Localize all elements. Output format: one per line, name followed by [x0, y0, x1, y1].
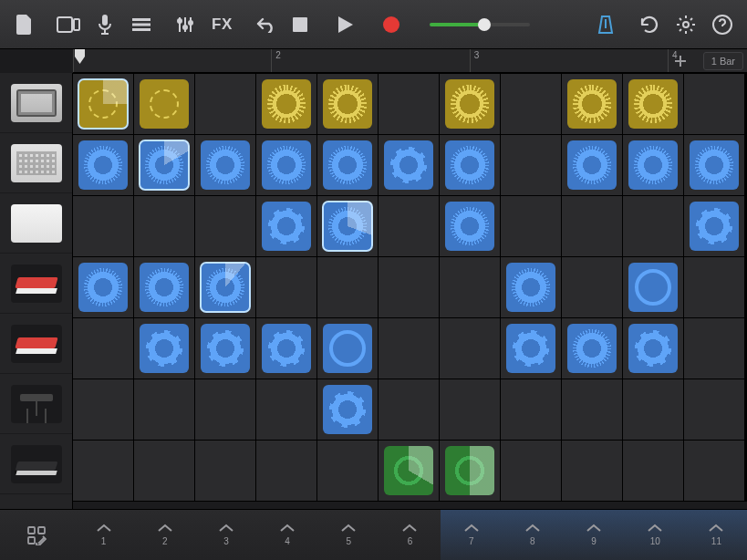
loop-cell[interactable]	[201, 324, 250, 373]
grid-cell[interactable]	[134, 135, 194, 195]
grid-cell[interactable]	[134, 318, 194, 379]
grid-cell[interactable]	[501, 74, 561, 134]
grid-cell[interactable]	[134, 257, 194, 317]
grid-cell[interactable]	[379, 379, 439, 440]
loop-cell[interactable]	[262, 79, 311, 129]
grid-cell[interactable]	[440, 196, 500, 256]
grid-cell[interactable]	[501, 318, 561, 379]
grid-cell[interactable]	[195, 441, 255, 501]
add-section-button[interactable]	[672, 53, 689, 69]
browser-button[interactable]	[53, 9, 84, 40]
grid-cell[interactable]	[195, 135, 255, 195]
grid-cell[interactable]	[501, 441, 561, 501]
loop-cell[interactable]	[78, 79, 128, 129]
grid-cell[interactable]	[195, 318, 255, 379]
grid-cell[interactable]	[623, 318, 683, 379]
track-header-drum-machine[interactable]	[0, 133, 72, 193]
grid-cell[interactable]	[317, 318, 378, 379]
column-trigger[interactable]: 2	[134, 510, 195, 560]
grid-cell[interactable]	[684, 318, 744, 379]
grid-cell[interactable]	[317, 74, 378, 134]
settings-button[interactable]	[670, 9, 701, 40]
fx-button[interactable]: FX	[206, 9, 238, 40]
column-trigger[interactable]: 1	[73, 510, 134, 560]
grid-cell[interactable]	[562, 441, 622, 501]
column-trigger[interactable]: 7	[441, 510, 502, 560]
grid-cell[interactable]	[317, 379, 378, 440]
grid-cell[interactable]	[501, 196, 561, 256]
column-trigger[interactable]: 5	[318, 510, 379, 560]
play-button[interactable]	[333, 9, 358, 40]
help-button[interactable]	[707, 9, 738, 40]
record-button[interactable]	[379, 9, 404, 40]
grid-cell[interactable]	[562, 196, 622, 256]
loop-cell[interactable]	[445, 79, 494, 129]
stop-button[interactable]	[287, 9, 313, 40]
grid-cell[interactable]	[73, 318, 133, 379]
grid-cell[interactable]	[73, 74, 133, 134]
grid-cell[interactable]	[317, 257, 378, 317]
grid-cell[interactable]	[379, 135, 439, 195]
loop-cell[interactable]	[690, 140, 739, 190]
loop-cell[interactable]	[628, 79, 678, 129]
playhead[interactable]	[75, 49, 85, 72]
grid-cell[interactable]	[562, 318, 622, 379]
grid-cell[interactable]	[317, 135, 378, 195]
grid-cell[interactable]	[379, 196, 439, 256]
grid-cell[interactable]	[562, 257, 622, 317]
grid-cell[interactable]	[195, 196, 255, 256]
grid-cell[interactable]	[623, 74, 683, 134]
cycle-length[interactable]: 1 Bar	[703, 52, 743, 70]
grid-cell[interactable]	[440, 441, 500, 501]
loop-cell[interactable]	[201, 140, 250, 190]
grid-cell[interactable]	[440, 318, 500, 379]
loop-cell[interactable]	[323, 79, 372, 129]
grid-cell[interactable]	[134, 441, 194, 501]
loop-cell[interactable]	[262, 324, 311, 373]
grid-cell[interactable]	[684, 441, 744, 501]
grid-cell[interactable]	[623, 257, 683, 317]
cell-edit-button[interactable]	[21, 520, 52, 551]
grid-cell[interactable]	[379, 441, 439, 501]
grid-cell[interactable]	[195, 379, 255, 440]
grid-cell[interactable]	[562, 135, 622, 195]
loop-cell[interactable]	[384, 140, 433, 190]
grid-cell[interactable]	[73, 379, 133, 440]
grid-cell[interactable]	[256, 196, 316, 256]
grid-cell[interactable]	[562, 74, 622, 134]
loop-cell[interactable]	[445, 202, 494, 251]
column-trigger[interactable]: 3	[195, 510, 256, 560]
track-header-keyboard-dark[interactable]	[0, 434, 72, 494]
loop-cell[interactable]	[690, 202, 739, 251]
mixer-button[interactable]	[170, 9, 201, 40]
grid-cell[interactable]	[684, 74, 744, 134]
loop-cell[interactable]	[140, 79, 189, 129]
grid-cell[interactable]	[684, 379, 744, 440]
grid-cell[interactable]	[73, 257, 133, 317]
loop-cell[interactable]	[262, 140, 311, 190]
column-trigger[interactable]: 9	[563, 510, 624, 560]
loop-cell[interactable]	[506, 263, 555, 312]
grid-cell[interactable]	[684, 257, 744, 317]
loop-cell[interactable]	[323, 202, 372, 251]
grid-cell[interactable]	[501, 257, 561, 317]
loop-cell[interactable]	[323, 324, 372, 373]
column-trigger[interactable]: 4	[257, 510, 318, 560]
loop-cell[interactable]	[262, 202, 311, 251]
track-header-keyboard-stand[interactable]	[0, 374, 72, 434]
mic-icon[interactable]	[89, 9, 120, 40]
loop-cell[interactable]	[201, 263, 250, 312]
grid-cell[interactable]	[73, 135, 133, 195]
grid-cell[interactable]	[317, 196, 378, 256]
grid-cell[interactable]	[134, 196, 194, 256]
grid-cell[interactable]	[440, 74, 500, 134]
undo-button[interactable]	[251, 9, 282, 40]
loop-cell[interactable]	[323, 140, 372, 190]
loop-cell[interactable]	[445, 446, 494, 495]
grid-cell[interactable]	[195, 74, 255, 134]
loop-cell[interactable]	[506, 324, 555, 373]
grid-cell[interactable]	[440, 257, 500, 317]
loop-cell[interactable]	[78, 263, 128, 312]
track-header-drum-kit[interactable]	[0, 73, 72, 133]
grid-cell[interactable]	[501, 379, 561, 440]
